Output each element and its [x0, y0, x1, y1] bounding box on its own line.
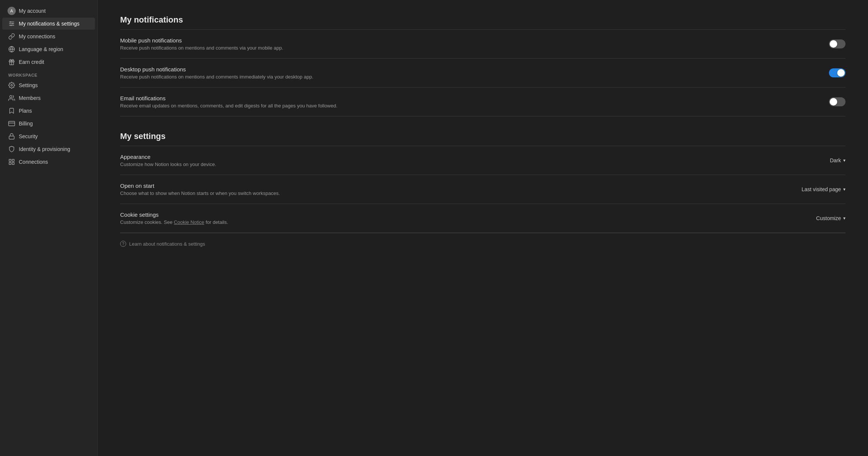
open-on-start-description: Choose what to show when Notion starts o…	[120, 190, 280, 196]
main-content: My notifications Mobile push notificatio…	[98, 0, 868, 456]
sidebar-item-label: Connections	[19, 159, 48, 165]
globe-icon	[8, 46, 15, 53]
desktop-push-toggle[interactable]	[829, 68, 845, 77]
email-notifications-description: Receive email updates on mentions, comme…	[120, 103, 338, 109]
sliders-icon	[8, 20, 15, 27]
open-on-start-label: Open on start	[120, 183, 280, 189]
sidebar-item-label: My connections	[19, 33, 55, 39]
email-notifications-toggle-wrapper	[829, 97, 845, 106]
sidebar-item-label: Members	[19, 95, 41, 101]
mobile-push-track	[829, 39, 845, 48]
workspace-section-label: WORKSPACE	[0, 68, 97, 79]
sidebar-item-label: Settings	[19, 82, 38, 88]
desktop-push-thumb	[837, 69, 845, 77]
card-icon	[8, 120, 15, 127]
cookie-settings-value: Customize	[816, 215, 841, 221]
settings-section-title: My settings	[120, 131, 845, 141]
sidebar-item-my-notifications[interactable]: My notifications & settings	[2, 18, 95, 30]
appearance-text: Appearance Customize how Notion looks on…	[120, 154, 216, 167]
svg-rect-13	[9, 159, 11, 161]
email-notifications-track	[829, 97, 845, 106]
gift-icon	[8, 59, 15, 65]
sidebar-item-label: Identity & provisioning	[19, 146, 70, 152]
users-icon	[8, 95, 15, 101]
sidebar-item-label: My notifications & settings	[19, 21, 80, 27]
desktop-push-track	[829, 68, 845, 77]
sidebar-item-label: Billing	[19, 121, 33, 127]
open-on-start-text: Open on start Choose what to show when N…	[120, 183, 280, 196]
notifications-section-title: My notifications	[120, 15, 845, 25]
sidebar-item-label: Security	[19, 133, 38, 139]
svg-point-4	[12, 23, 14, 24]
appearance-description: Customize how Notion looks on your devic…	[120, 162, 216, 167]
sidebar-item-my-account[interactable]: A My account	[2, 5, 95, 17]
sidebar-item-label: Earn credit	[19, 59, 44, 65]
sidebar-item-members[interactable]: Members	[2, 92, 95, 104]
svg-rect-10	[9, 121, 15, 126]
email-notifications-thumb	[830, 98, 837, 106]
mobile-push-toggle[interactable]	[829, 39, 845, 48]
appearance-dropdown[interactable]: Dark ▾	[830, 157, 845, 163]
appearance-value: Dark	[830, 157, 841, 163]
svg-point-5	[11, 25, 12, 26]
cookie-notice-link[interactable]: Cookie Notice	[174, 219, 204, 225]
email-notifications-toggle[interactable]	[829, 97, 845, 106]
cookie-settings-description: Customize cookies. See Cookie Notice for…	[120, 219, 228, 225]
cookie-settings-label: Cookie settings	[120, 211, 228, 218]
open-on-start-value: Last visited page	[802, 186, 841, 192]
learn-link-label: Learn about notifications & settings	[129, 241, 205, 247]
grid-icon	[8, 159, 15, 165]
desktop-push-description: Receive push notifications on mentions a…	[120, 74, 313, 80]
link-icon	[8, 33, 15, 40]
sidebar-item-label: Plans	[19, 108, 32, 114]
sidebar-item-my-connections[interactable]: My connections	[2, 30, 95, 42]
sidebar: A My account My notifications & settings…	[0, 0, 98, 456]
mobile-push-toggle-wrapper	[829, 39, 845, 48]
cookie-settings-chevron-icon: ▾	[843, 216, 845, 221]
email-notifications-label: Email notifications	[120, 95, 338, 101]
appearance-row: Appearance Customize how Notion looks on…	[120, 146, 845, 175]
cookie-settings-row: Cookie settings Customize cookies. See C…	[120, 204, 845, 233]
svg-rect-15	[9, 163, 11, 165]
sidebar-item-connections[interactable]: Connections	[2, 156, 95, 168]
sidebar-item-settings[interactable]: Settings	[2, 79, 95, 91]
email-notifications-text: Email notifications Receive email update…	[120, 95, 338, 109]
svg-point-8	[11, 85, 13, 86]
sidebar-item-label: My account	[19, 8, 46, 14]
desktop-push-row: Desktop push notifications Receive push …	[120, 59, 845, 88]
open-on-start-chevron-icon: ▾	[843, 187, 845, 192]
sidebar-item-identity-provisioning[interactable]: Identity & provisioning	[2, 143, 95, 155]
open-on-start-dropdown[interactable]: Last visited page ▾	[802, 186, 845, 192]
sidebar-item-billing[interactable]: Billing	[2, 118, 95, 130]
cookie-description-prefix: Customize cookies. See	[120, 219, 174, 225]
mobile-push-row: Mobile push notifications Receive push n…	[120, 30, 845, 59]
sidebar-item-security[interactable]: Security	[2, 130, 95, 142]
cookie-description-suffix: for details.	[204, 219, 228, 225]
appearance-label: Appearance	[120, 154, 216, 160]
sidebar-item-earn-credit[interactable]: Earn credit	[2, 56, 95, 68]
sidebar-item-label: Language & region	[19, 46, 63, 52]
mobile-push-description: Receive push notifications on mentions a…	[120, 45, 283, 51]
cookie-settings-text: Cookie settings Customize cookies. See C…	[120, 211, 228, 225]
avatar-icon: A	[8, 8, 15, 14]
svg-rect-14	[12, 159, 14, 161]
learn-link[interactable]: ? Learn about notifications & settings	[120, 233, 845, 247]
mobile-push-label: Mobile push notifications	[120, 37, 283, 44]
open-on-start-row: Open on start Choose what to show when N…	[120, 175, 845, 204]
mobile-push-text: Mobile push notifications Receive push n…	[120, 37, 283, 51]
email-notifications-row: Email notifications Receive email update…	[120, 88, 845, 116]
shield-icon	[8, 146, 15, 153]
lock-icon	[8, 133, 15, 140]
mobile-push-thumb	[830, 40, 837, 48]
settings-section: My settings Appearance Customize how Not…	[120, 131, 845, 247]
sidebar-item-language-region[interactable]: Language & region	[2, 43, 95, 55]
gear-icon	[8, 82, 15, 89]
appearance-chevron-icon: ▾	[843, 158, 845, 163]
sidebar-item-plans[interactable]: Plans	[2, 105, 95, 117]
cookie-settings-dropdown[interactable]: Customize ▾	[816, 215, 845, 221]
bookmark-icon	[8, 107, 15, 114]
desktop-push-toggle-wrapper	[829, 68, 845, 77]
svg-point-3	[10, 21, 11, 23]
desktop-push-text: Desktop push notifications Receive push …	[120, 66, 313, 80]
svg-rect-12	[9, 136, 14, 139]
